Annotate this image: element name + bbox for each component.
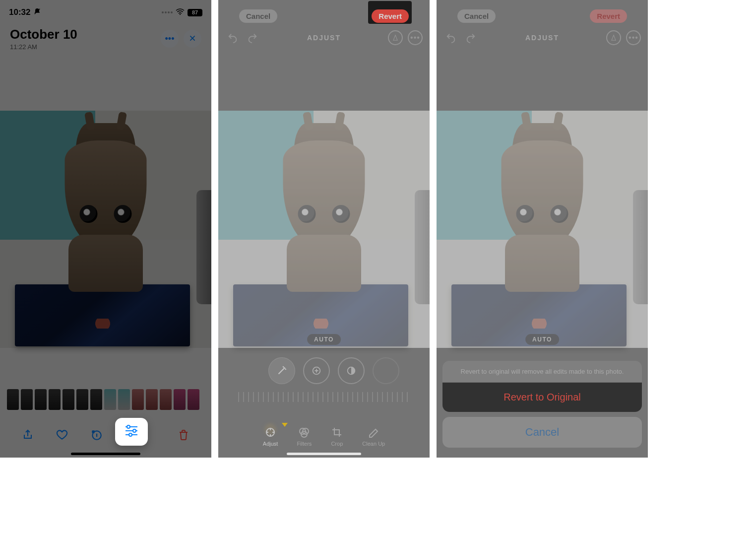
- cancel-edit-button[interactable]: Cancel: [457, 9, 496, 23]
- revert-to-original-button[interactable]: Revert to Original: [442, 383, 642, 412]
- panel-edit-screen: Cancel Revert ADJUST ••• AUTO: [218, 0, 430, 458]
- status-bar: 10:32 87: [0, 0, 211, 25]
- undo-button[interactable]: [443, 30, 458, 45]
- auto-adjust-badge: AUTO: [525, 334, 559, 345]
- do-not-disturb-icon: [33, 7, 41, 18]
- markup-button[interactable]: [606, 30, 621, 45]
- photo-header: October 10 11:22 AM •••: [0, 27, 211, 51]
- share-button[interactable]: [21, 428, 35, 442]
- crop-tool-icon: [330, 426, 343, 439]
- ellipsis-icon: •••: [165, 34, 175, 44]
- photo-preview[interactable]: [0, 111, 211, 348]
- edit-section-title: ADJUST: [525, 34, 559, 42]
- status-right: 87: [162, 7, 202, 17]
- delete-button[interactable]: [177, 428, 190, 442]
- tool-cleanup[interactable]: Clean Up: [362, 426, 385, 447]
- tool-label: Filters: [297, 441, 312, 447]
- sheet-message: Revert to original will remove all edits…: [442, 361, 642, 383]
- adjust-tool-icon: [264, 426, 277, 439]
- redo-button[interactable]: [245, 30, 260, 45]
- exposure-control[interactable]: [303, 357, 330, 384]
- adjustment-slider-ticks[interactable]: [238, 392, 410, 402]
- filters-tool-icon: [298, 426, 311, 439]
- edit-photo-preview[interactable]: AUTO: [218, 111, 430, 348]
- revert-action-sheet: Revert to original will remove all edits…: [442, 361, 642, 448]
- tool-label: Clean Up: [362, 441, 385, 447]
- wifi-icon: [176, 7, 185, 17]
- panel-revert-confirm: Cancel Revert ADJUST ••• AUTO: [437, 0, 648, 458]
- status-time: 10:32: [9, 7, 30, 17]
- tool-filters[interactable]: Filters: [297, 426, 312, 447]
- next-control-peek[interactable]: [373, 357, 399, 384]
- thumbnail-scrubber[interactable]: [7, 389, 204, 410]
- cellular-icon: [162, 11, 173, 13]
- tool-label: Adjust: [263, 441, 278, 447]
- svg-point-4: [133, 429, 136, 432]
- tool-label: Crop: [331, 441, 343, 447]
- edit-button-highlight[interactable]: [115, 418, 148, 446]
- info-button[interactable]: [89, 428, 103, 442]
- favorite-button[interactable]: [55, 428, 69, 442]
- battery-indicator: 87: [188, 9, 202, 16]
- home-indicator[interactable]: [71, 453, 140, 455]
- photo-time-subtitle: 11:22 AM: [10, 43, 77, 51]
- svg-point-1: [180, 14, 181, 15]
- adjust-controls-row: [218, 357, 430, 384]
- edit-photo-preview: AUTO: [437, 111, 648, 348]
- cancel-edit-button[interactable]: Cancel: [239, 9, 277, 23]
- revert-button[interactable]: Revert: [372, 9, 409, 23]
- redo-button[interactable]: [463, 30, 478, 45]
- close-button[interactable]: [184, 30, 201, 48]
- sheet-cancel-button[interactable]: Cancel: [442, 417, 642, 448]
- bottom-toolbar: [0, 421, 211, 449]
- close-icon: [189, 34, 196, 44]
- tool-adjust[interactable]: Adjust: [263, 426, 278, 447]
- edit-section-title: ADJUST: [307, 34, 341, 42]
- cleanup-tool-icon: [367, 426, 380, 439]
- markup-button[interactable]: [388, 30, 403, 45]
- edit-more-button[interactable]: •••: [626, 30, 641, 45]
- ellipsis-icon: •••: [410, 33, 420, 42]
- tool-crop[interactable]: Crop: [330, 426, 343, 447]
- home-indicator[interactable]: [287, 453, 361, 455]
- active-tool-indicator-icon: [282, 423, 288, 427]
- sliders-icon: [124, 424, 139, 439]
- revert-button[interactable]: Revert: [590, 9, 627, 23]
- edit-more-button[interactable]: •••: [408, 30, 423, 45]
- panel-photo-viewer: 10:32 87 October 10 11:22 AM •••: [0, 0, 211, 458]
- status-time-group: 10:32: [9, 7, 41, 18]
- edit-tool-tabs: Adjust Filters Crop Clean Up: [218, 417, 430, 447]
- ellipsis-icon: •••: [629, 33, 638, 42]
- more-options-button[interactable]: •••: [161, 30, 179, 48]
- svg-point-5: [129, 433, 132, 436]
- photo-date-title: October 10: [10, 27, 77, 42]
- auto-enhance-control[interactable]: [268, 357, 295, 384]
- auto-adjust-badge[interactable]: AUTO: [307, 334, 341, 345]
- svg-point-3: [127, 425, 130, 428]
- brilliance-control[interactable]: [338, 357, 365, 384]
- undo-button[interactable]: [225, 30, 240, 45]
